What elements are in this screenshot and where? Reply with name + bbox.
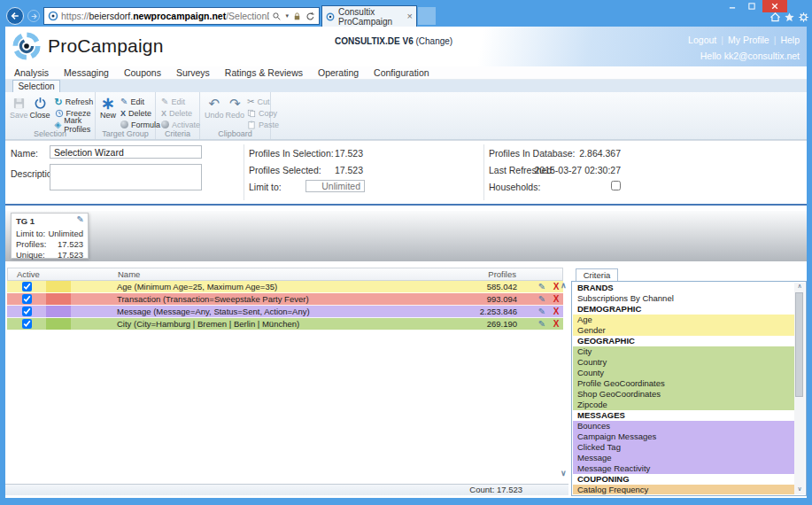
criteria-item[interactable]: Country: [573, 357, 795, 368]
criteria-item[interactable]: Age: [573, 315, 795, 325]
active-checkbox[interactable]: [22, 294, 32, 304]
menu-operating[interactable]: Operating: [318, 67, 359, 78]
redo-button[interactable]: ↷ Redo: [226, 96, 245, 120]
my-profile-link[interactable]: My Profile: [728, 35, 769, 45]
active-checkbox[interactable]: [22, 319, 32, 329]
criteria-item[interactable]: Profile GeoCoordinates: [573, 378, 795, 389]
criteria-item[interactable]: Message Reactivity: [573, 463, 795, 474]
criteria-item[interactable]: City: [573, 346, 795, 357]
url-text[interactable]: https://beiersdorf.newprocampaign.net/Se…: [61, 11, 269, 21]
menu-ratings-reviews[interactable]: Ratings & Reviews: [225, 67, 303, 78]
copy-button[interactable]: Copy: [247, 108, 279, 118]
app-header: ProCampaign CONSULTIX.DE V6 (Change) Log…: [5, 27, 807, 66]
criteria-item[interactable]: Subscriptions By Channel: [573, 293, 795, 304]
active-checkbox[interactable]: [22, 282, 32, 291]
chevron-down-icon[interactable]: ▾: [285, 12, 289, 19]
favorites-star-icon[interactable]: [784, 12, 795, 23]
criteria-item[interactable]: Campaign Messages: [573, 431, 795, 442]
ribbon-tab-selection[interactable]: Selection: [12, 80, 60, 92]
criteria-scrollbar[interactable]: ∧ ∨: [794, 283, 805, 494]
criteria-item[interactable]: Zipcode: [573, 400, 795, 410]
tg-delete-button[interactable]: XDelete: [120, 108, 160, 118]
criteria-item[interactable]: Bounces: [573, 421, 795, 431]
criteria-item[interactable]: Gender: [573, 325, 795, 336]
criteria-edit-button[interactable]: ✎Edit: [161, 97, 200, 106]
criteria-table: Active Name Profiles Age (Minimum Age=25…: [7, 268, 563, 330]
header-links: Logout| My Profile| Help: [688, 35, 800, 45]
browser-forward-button[interactable]: [27, 10, 40, 22]
copy-icon: [247, 109, 256, 118]
scroll-up-icon[interactable]: ∧: [794, 283, 805, 291]
criteria-item[interactable]: County: [573, 368, 795, 378]
delete-x-icon: X: [161, 109, 166, 118]
name-input[interactable]: [50, 145, 202, 159]
search-icon[interactable]: [272, 12, 282, 21]
criterion-name: Transaction (Transaction=Sweepstake Part…: [71, 294, 457, 304]
new-tab-button[interactable]: [418, 7, 436, 25]
households-checkbox[interactable]: [611, 181, 621, 190]
table-row[interactable]: City (City=Hamburg | Bremen | Berlin | M…: [7, 318, 563, 330]
menu-coupons[interactable]: Coupons: [124, 67, 161, 78]
refresh-page-icon[interactable]: [305, 12, 315, 21]
activate-icon: [161, 120, 169, 128]
help-link[interactable]: Help: [780, 35, 800, 45]
edit-icon[interactable]: ✎: [535, 295, 549, 304]
change-account-link[interactable]: (Change): [416, 36, 453, 46]
criteria-item[interactable]: Clicked Tag: [573, 442, 795, 453]
target-group-card[interactable]: TG 1 ✎ Limit to:Unlimited Profiles:17.52…: [11, 213, 89, 259]
table-row[interactable]: Transaction (Transaction=Sweepstake Part…: [7, 293, 563, 306]
delete-x-icon[interactable]: X: [549, 319, 563, 329]
browser-back-button[interactable]: [6, 7, 24, 25]
households-label: Households:: [489, 182, 540, 192]
tg-card-edit-icon[interactable]: ✎: [77, 215, 84, 224]
mark-profiles-button[interactable]: ◈Mark Profiles: [55, 120, 95, 129]
window-close-button[interactable]: [762, 0, 787, 12]
criteria-item[interactable]: Message: [573, 453, 795, 463]
tg-edit-button[interactable]: ✎Edit: [120, 97, 160, 106]
delete-x-icon[interactable]: X: [549, 294, 563, 304]
cut-button[interactable]: ✂Cut: [247, 97, 279, 106]
scroll-down-icon[interactable]: ∨: [794, 486, 805, 494]
browser-tab[interactable]: Consultix ProCampaign ×: [321, 5, 417, 27]
menu-configuration[interactable]: Configuration: [374, 67, 429, 78]
criteria-activate-button[interactable]: Activate: [161, 120, 200, 129]
settings-gear-icon[interactable]: [798, 12, 809, 23]
table-row[interactable]: Message (Message=Any, Status=Sent, Actio…: [7, 306, 563, 318]
address-bar[interactable]: https://beiersdorf.newprocampaign.net/Se…: [43, 7, 320, 25]
table-scroll-up-icon[interactable]: ∧: [561, 282, 567, 290]
tab-close-icon[interactable]: ×: [407, 12, 413, 20]
menu-messaging[interactable]: Messaging: [64, 67, 109, 78]
app-logo[interactable]: ProCampaign: [12, 32, 164, 60]
new-target-group-button[interactable]: ∗ New: [100, 96, 116, 120]
logout-link[interactable]: Logout: [688, 35, 716, 45]
criteria-item[interactable]: Catalog Frequency: [573, 485, 795, 494]
window-minimize-button[interactable]: [723, 0, 741, 12]
save-button[interactable]: Save: [10, 96, 28, 120]
table-scroll-down-icon[interactable]: ∨: [561, 470, 567, 478]
edit-icon[interactable]: ✎: [535, 307, 549, 316]
refresh-button[interactable]: ↻Refresh: [55, 97, 95, 106]
edit-icon[interactable]: ✎: [535, 283, 549, 291]
delete-x-icon[interactable]: X: [549, 307, 563, 316]
table-row[interactable]: Age (Minimum Age=25, Maximum Age=35) 585…: [7, 281, 563, 293]
home-icon[interactable]: [769, 12, 781, 23]
active-checkbox[interactable]: [22, 307, 32, 316]
limit-to-input[interactable]: [305, 180, 365, 192]
criteria-item[interactable]: Shop GeoCoordinates: [573, 389, 795, 400]
criteria-delete-button[interactable]: XDelete: [161, 108, 200, 118]
tg-formula-button[interactable]: Formula: [120, 120, 160, 129]
scrollbar-thumb[interactable]: [795, 292, 803, 397]
column-profiles: Profiles: [456, 269, 534, 279]
logo-text: ProCampaign: [48, 35, 164, 57]
edit-icon[interactable]: ✎: [535, 320, 549, 329]
close-button[interactable]: Close: [30, 96, 50, 120]
criterion-profiles: 993.094: [457, 294, 535, 304]
paste-button[interactable]: Paste: [247, 120, 279, 129]
description-input[interactable]: [50, 164, 202, 190]
menu-surveys[interactable]: Surveys: [176, 67, 210, 78]
paste-clipboard-icon: [247, 120, 256, 129]
undo-button[interactable]: ↶ Undo: [205, 96, 224, 120]
menu-analysis[interactable]: Analysis: [14, 67, 49, 78]
window-maximize-button[interactable]: [743, 0, 761, 12]
criteria-panel-tab[interactable]: Criteria: [576, 268, 618, 281]
